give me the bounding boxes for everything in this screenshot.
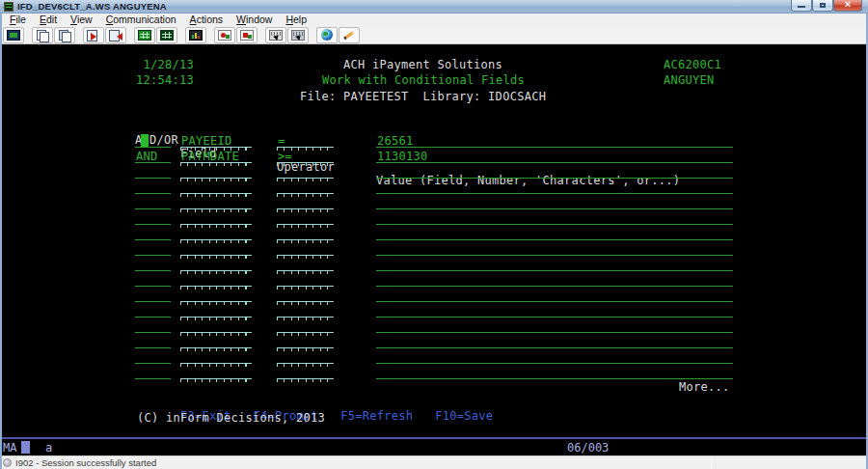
- maximize-button[interactable]: [812, 0, 833, 12]
- condition-row: [0, 227, 868, 240]
- row-15-field-input[interactable]: [180, 366, 252, 379]
- row-12-value-input[interactable]: [376, 319, 733, 333]
- row-10-andor-input[interactable]: [135, 289, 171, 302]
- row-13-operator-input[interactable]: [277, 335, 334, 348]
- row-11-field-input[interactable]: [180, 304, 252, 317]
- row-5-operator-input[interactable]: [277, 211, 334, 225]
- row-3-operator-input[interactable]: [277, 180, 334, 194]
- session-status-icon: [3, 458, 12, 467]
- row-12-operator-input[interactable]: [277, 319, 334, 333]
- condition-row: [0, 289, 868, 302]
- menu-item-actions[interactable]: Actions: [183, 14, 230, 26]
- row-10-operator-input[interactable]: [277, 289, 334, 302]
- paste-button[interactable]: [54, 27, 75, 43]
- row-1-andor-input[interactable]: AND: [135, 150, 171, 163]
- row-4-andor-input[interactable]: [135, 196, 171, 209]
- title-bar: IFD_DEV6CLT_A.WS ANGUYENA: [0, 0, 868, 14]
- row-13-andor-input[interactable]: [135, 335, 171, 348]
- screen-time: 12:54:13: [136, 73, 194, 87]
- send-file-button[interactable]: [83, 27, 104, 43]
- row-8-value-input[interactable]: [376, 258, 733, 271]
- condition-row: PAYEEID=26561: [0, 134, 868, 148]
- row-14-value-input[interactable]: [376, 350, 733, 364]
- globe-button[interactable]: [316, 27, 338, 43]
- row-9-operator-input[interactable]: [277, 273, 334, 287]
- row-2-operator-input[interactable]: [277, 165, 334, 179]
- row-8-field-input[interactable]: [180, 258, 252, 271]
- menu-item-help[interactable]: Help: [279, 14, 313, 26]
- oia-status-bar: MA a 06/003: [0, 437, 868, 455]
- row-6-operator-input[interactable]: [277, 227, 334, 240]
- play-macro-button[interactable]: [236, 27, 258, 43]
- row-7-field-input[interactable]: [180, 242, 252, 256]
- window-status-bar: I902 - Session successfully started: [0, 455, 868, 469]
- row-9-andor-input[interactable]: [135, 273, 171, 287]
- row-2-andor-input[interactable]: [135, 165, 171, 179]
- row-10-value-input[interactable]: [376, 289, 733, 302]
- row-9-value-input[interactable]: [376, 273, 733, 287]
- row-0-operator-input[interactable]: =: [277, 134, 334, 148]
- row-0-field-input[interactable]: PAYEEID: [180, 134, 252, 148]
- row-4-field-input[interactable]: [180, 196, 252, 209]
- row-14-andor-input[interactable]: [135, 350, 171, 364]
- menu-item-file[interactable]: File: [3, 14, 33, 26]
- row-0-value-input[interactable]: 26561: [376, 134, 733, 148]
- edit-button[interactable]: [339, 27, 360, 43]
- row-14-field-input[interactable]: [180, 350, 252, 364]
- row-11-andor-input[interactable]: [135, 304, 171, 317]
- row-4-operator-input[interactable]: [277, 196, 334, 209]
- row-15-value-input[interactable]: [376, 366, 733, 379]
- copy-button[interactable]: [32, 27, 53, 43]
- record-macro-button[interactable]: [214, 27, 235, 43]
- row-7-operator-input[interactable]: [277, 242, 334, 256]
- row-9-field-input[interactable]: [180, 273, 252, 287]
- row-6-andor-input[interactable]: [135, 227, 171, 240]
- menu-item-view[interactable]: View: [64, 14, 99, 26]
- row-15-andor-input[interactable]: [135, 366, 171, 379]
- row-8-andor-input[interactable]: [135, 258, 171, 271]
- row-5-field-input[interactable]: [180, 211, 252, 225]
- minimize-button[interactable]: [791, 0, 812, 12]
- terminal-screen[interactable]: 1/28/13 ACH iPayment Solutions AC6200C1 …: [0, 44, 868, 437]
- row-11-value-input[interactable]: [376, 304, 733, 317]
- row-12-field-input[interactable]: [180, 319, 252, 333]
- menu-item-communication[interactable]: Communication: [99, 14, 183, 26]
- row-13-value-input[interactable]: [376, 335, 733, 348]
- row-2-value-input[interactable]: [376, 165, 733, 179]
- row-5-andor-input[interactable]: [135, 211, 171, 225]
- row-1-value-input[interactable]: 1130130: [376, 150, 733, 163]
- row-4-value-input[interactable]: [376, 196, 733, 209]
- close-button[interactable]: [833, 0, 862, 12]
- chart-button[interactable]: [185, 27, 206, 43]
- oia-cursor-position: 06/003: [567, 441, 609, 455]
- row-1-operator-input[interactable]: >=: [277, 150, 334, 163]
- row-7-andor-input[interactable]: [135, 242, 171, 256]
- row-11-operator-input[interactable]: [277, 304, 334, 317]
- session-grid-icon: [138, 30, 151, 41]
- row-15-operator-input[interactable]: [277, 366, 334, 379]
- menu-item-window[interactable]: Window: [230, 14, 279, 26]
- row-2-field-input[interactable]: [180, 165, 252, 179]
- row-7-value-input[interactable]: [376, 242, 733, 256]
- row-3-field-input[interactable]: [180, 180, 252, 194]
- fkey-f5-refresh: F5=Refresh: [340, 409, 413, 423]
- fkey-f10-save: F10=Save: [435, 409, 493, 423]
- row-5-value-input[interactable]: [376, 211, 733, 225]
- row-10-field-input[interactable]: [180, 289, 252, 302]
- session-grid-button[interactable]: [134, 27, 155, 43]
- display-button[interactable]: [3, 27, 24, 43]
- row-6-field-input[interactable]: [180, 227, 252, 240]
- row-8-operator-input[interactable]: [277, 258, 334, 271]
- row-3-andor-input[interactable]: [135, 180, 171, 194]
- keymap-button[interactable]: [265, 27, 286, 43]
- session-view-button[interactable]: [156, 27, 177, 43]
- row-6-value-input[interactable]: [376, 227, 733, 240]
- row-13-field-input[interactable]: [180, 335, 252, 348]
- menu-item-edit[interactable]: Edit: [33, 14, 64, 26]
- keymap-alt-button[interactable]: [287, 27, 309, 43]
- row-12-andor-input[interactable]: [135, 319, 171, 333]
- receive-file-button[interactable]: [105, 27, 126, 43]
- row-14-operator-input[interactable]: [277, 350, 334, 364]
- row-1-field-input[interactable]: PAYMDATE: [180, 150, 252, 163]
- row-3-value-input[interactable]: [376, 180, 733, 194]
